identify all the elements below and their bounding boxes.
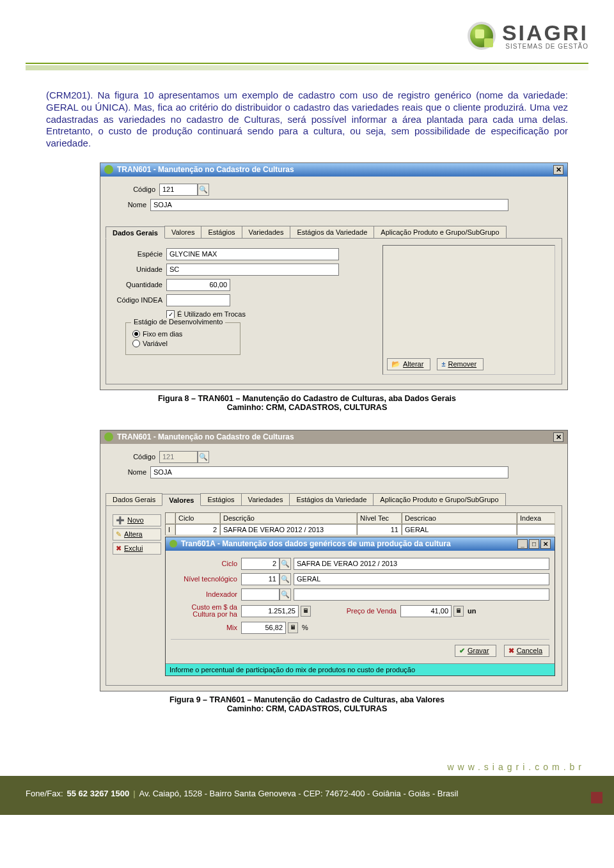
page-footer: www.siagri.com.br Fone/Fax: 55 62 3267 1… [0,776,614,815]
tab-variedades[interactable]: Variedades [241,493,290,505]
calculator-icon[interactable]: 🖩 [288,622,298,633]
label-radio-variavel: Variável [143,340,168,347]
search-icon[interactable]: 🔍 [279,588,291,601]
cancela-button[interactable]: ✖Cancela [504,645,549,657]
field-ciclo-desc: SAFRA DE VERAO 2012 / 2013 [294,558,549,570]
label-ciclo: Ciclo [171,560,241,567]
field-mix[interactable]: 56,82 [241,622,286,634]
page-header: SIAGRI SISTEMAS DE GESTÃO [26,19,588,64]
footer-phone-label: Fone/Fax: [26,789,63,798]
gravar-button[interactable]: ✔Gravar [455,645,496,657]
radio-fixo[interactable] [132,330,140,338]
field-codigo-ro: 121 [159,451,198,463]
subwindow-titlebar: Tran601A - Manutenção dos dados genérico… [166,537,555,551]
logo: SIAGRI SISTEMAS DE GESTÃO [468,22,588,50]
field-unidade[interactable]: SC [166,264,339,276]
exclui-button[interactable]: ✖Exclui [113,542,161,555]
calculator-icon[interactable]: 🖩 [453,606,464,617]
group-estagio-legend: Estágio de Desenvolvimento [131,318,225,326]
check-icon: ✔ [459,647,465,655]
tabs-fig8: Dados Gerais Valores Estágios Variedades… [106,226,562,239]
field-preco[interactable]: 41,00 [400,605,452,617]
label-unidade: Unidade [113,265,166,273]
label-nome: Nome [106,201,150,209]
window-title: TRAN601 - Manutenção no Cadastro de Cult… [117,165,294,174]
search-icon[interactable]: 🔍 [198,184,209,196]
tab-dados-gerais[interactable]: Dados Gerais [106,226,165,239]
edit-icon: ✎ [116,530,122,539]
app-icon [169,540,177,548]
field-especie[interactable]: GLYCINE MAX [166,248,339,260]
brand-name: SIAGRI [502,22,588,43]
label-codigo: Código [106,453,159,461]
label-codigo-indea: Código INDEA [113,296,166,304]
plus-icon: ➕ [116,516,125,525]
page-corner-marker [591,792,602,803]
grid-row[interactable]: I 2 SAFRA DE VERAO 2012 / 2013 11 GERAL [165,524,555,535]
label-un: un [468,607,476,615]
label-preco: Preço de Venda [311,607,400,615]
close-icon[interactable]: ✕ [553,165,563,175]
footer-site: www.siagri.com.br [447,762,585,772]
tab-estagios-variedade[interactable]: Estágios da Variedade [290,226,374,238]
field-codigo[interactable]: 121 [159,184,198,196]
field-codigo-indea[interactable] [166,294,230,306]
field-nivel-desc: GERAL [294,573,549,585]
subwindow-tran601a: Tran601A - Manutenção dos dados genérico… [165,537,555,676]
caption-fig8: Figura 8 – TRAN601 – Manutenção do Cadas… [0,394,614,412]
field-nome[interactable]: SOJA [150,466,508,478]
tab-estagios-variedade[interactable]: Estágios da Variedade [289,493,374,505]
tab-aplicacao[interactable]: Aplicação Produto e Grupo/SubGrupo [373,493,505,505]
tab-valores[interactable]: Valores [162,494,201,506]
footer-phone: 55 62 3267 1500 [67,789,130,798]
window-titlebar: TRAN601 - Manutenção no Cadastro de Cult… [100,163,567,177]
field-nome[interactable]: SOJA [150,199,508,211]
tab-estagios[interactable]: Estágios [201,226,242,238]
screenshot-fig9: TRAN601 - Manutenção no Cadastro de Cult… [100,430,568,691]
x-icon: ✖ [508,647,514,655]
label-nome: Nome [106,468,150,476]
caption-fig9: Figura 9 – TRAN601 – Manutenção do Cadas… [0,695,614,713]
label-nivel: Nível tecnológico [171,575,241,583]
field-indexador[interactable] [241,588,279,601]
brand-tagline: SISTEMAS DE GESTÃO [502,43,588,50]
tab-estagios[interactable]: Estágios [200,493,241,505]
radio-variavel[interactable] [132,340,140,347]
alterar-button[interactable]: 📂Alterar [387,358,430,370]
close-icon[interactable]: ✕ [540,539,551,549]
delete-icon: ✖ [116,544,122,553]
field-ciclo[interactable]: 2 [241,558,279,570]
field-quantidade[interactable]: 60,00 [166,279,230,291]
label-custo: Custo em $ da Cultura por ha [171,604,241,619]
right-panel-empty: 📂Alterar ±Remover [382,245,555,375]
subwindow-title: Tran601A - Manutenção dos dados genérico… [181,539,451,548]
field-nivel[interactable]: 11 [241,573,279,585]
logo-icon [468,22,496,50]
tab-valores[interactable]: Valores [164,226,201,238]
tab-aplicacao[interactable]: Aplicação Produto e Grupo/SubGrupo [374,226,506,238]
label-codigo: Código [106,185,159,193]
screenshot-fig8: TRAN601 - Manutenção no Cadastro de Cult… [100,162,568,390]
app-icon [104,165,113,174]
side-toolbar: ➕Novo ✎Altera ✖Exclui [113,512,161,676]
footer-address: Av. Caiapó, 1528 - Bairro Santa Genoveva… [139,789,459,798]
search-icon[interactable]: 🔍 [279,558,291,570]
tabs-fig9: Dados Gerais Valores Estágios Variedades… [106,493,562,506]
close-icon[interactable]: ✕ [553,432,563,442]
remover-button[interactable]: ±Remover [437,358,484,370]
novo-button[interactable]: ➕Novo [113,514,161,526]
altera-button[interactable]: ✎Altera [113,528,161,541]
calculator-icon[interactable]: 🖩 [301,606,311,617]
maximize-icon[interactable]: □ [529,539,539,549]
folder-open-icon: 📂 [391,360,400,368]
minus-icon: ± [441,360,445,368]
label-radio-fixo: Fixo em dias [143,330,182,338]
field-custo[interactable]: 1.251,25 [241,605,299,617]
intro-paragraph: (CRM201). Na figura 10 apresentamos um e… [46,90,568,150]
search-icon[interactable]: 🔍 [279,573,291,585]
window-title-fig9: TRAN601 - Manutenção no Cadastro de Cult… [117,432,294,441]
search-icon[interactable]: 🔍 [198,451,209,463]
tab-dados-gerais[interactable]: Dados Gerais [106,493,162,505]
tab-variedades[interactable]: Variedades [242,226,291,238]
minimize-icon[interactable]: _ [517,539,528,549]
